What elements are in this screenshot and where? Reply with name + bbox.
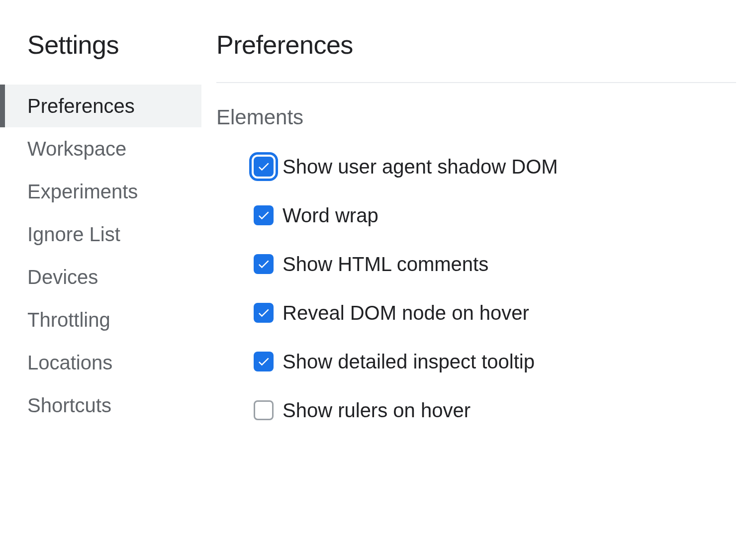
main-content: Preferences Elements Show user agent sha… [201,0,756,552]
sidebar-item-label: Throttling [27,309,110,331]
option-label: Reveal DOM node on hover [283,303,529,323]
sidebar-item-workspace[interactable]: Workspace [0,127,201,170]
sidebar-item-locations[interactable]: Locations [0,341,201,384]
checkbox-shadow-dom[interactable] [254,157,274,177]
check-icon [257,208,271,222]
sidebar-item-label: Workspace [27,138,126,160]
sidebar-item-label: Devices [27,266,98,288]
option-row-reveal-dom: Reveal DOM node on hover [216,303,736,323]
option-label: Show HTML comments [283,254,488,274]
checkbox-word-wrap[interactable] [254,205,274,225]
checkbox-rulers[interactable] [254,400,274,420]
sidebar-item-throttling[interactable]: Throttling [0,298,201,341]
settings-sidebar: Settings Preferences Workspace Experimen… [0,0,201,552]
sidebar-item-label: Experiments [27,181,138,202]
sidebar-title: Settings [0,30,201,60]
checkbox-inspect-tooltip[interactable] [254,352,274,371]
option-row-rulers: Show rulers on hover [216,400,736,420]
divider [216,82,736,83]
option-label: Word wrap [283,205,378,225]
option-row-inspect-tooltip: Show detailed inspect tooltip [216,352,736,371]
sidebar-item-ignore-list[interactable]: Ignore List [0,213,201,256]
option-row-shadow-dom: Show user agent shadow DOM [216,157,736,177]
option-row-html-comments: Show HTML comments [216,254,736,274]
option-row-word-wrap: Word wrap [216,205,736,225]
sidebar-item-devices[interactable]: Devices [0,256,201,298]
sidebar-item-experiments[interactable]: Experiments [0,170,201,213]
checkbox-reveal-dom[interactable] [254,303,274,323]
sidebar-item-label: Preferences [27,95,135,117]
page-title: Preferences [216,30,736,60]
sidebar-item-preferences[interactable]: Preferences [0,85,201,127]
sidebar-item-shortcuts[interactable]: Shortcuts [0,384,201,427]
sidebar-item-label: Locations [27,352,112,373]
option-label: Show detailed inspect tooltip [283,352,535,371]
check-icon [257,257,271,271]
check-icon [257,355,271,368]
option-label: Show user agent shadow DOM [283,157,558,177]
sidebar-item-label: Ignore List [27,223,120,245]
check-icon [257,306,271,320]
sidebar-item-label: Shortcuts [27,394,111,416]
check-icon [257,160,271,174]
section-title-elements: Elements [216,105,736,129]
checkbox-html-comments[interactable] [254,254,274,274]
option-label: Show rulers on hover [283,400,471,420]
